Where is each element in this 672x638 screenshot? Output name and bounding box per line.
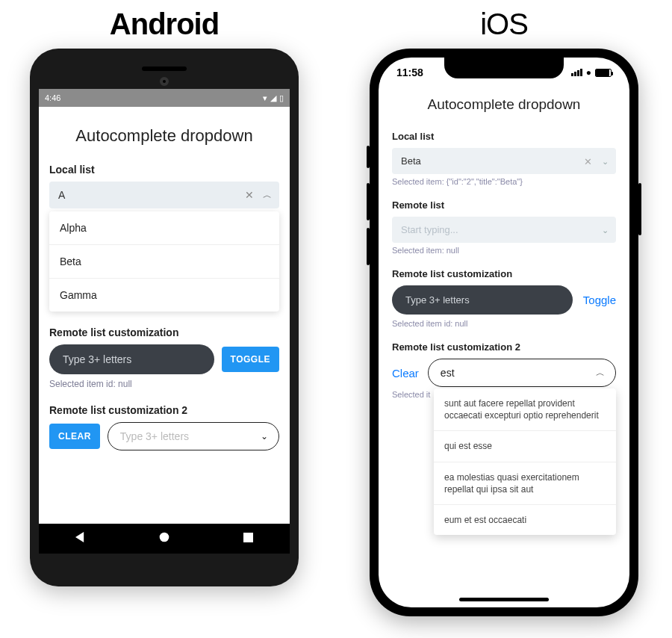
remote-custom2-input[interactable]: Type 3+ letters ⌄ (108, 422, 279, 450)
dropdown-option[interactable]: Beta (49, 245, 279, 279)
nav-recent-icon[interactable] (243, 532, 253, 545)
dropdown-option[interactable]: qui est esse (434, 431, 616, 462)
remote-list-input[interactable]: Start typing... ⌄ (392, 217, 616, 243)
remote-custom2-input[interactable]: est ︿ (428, 359, 616, 387)
toggle-button[interactable]: TOGGLE (222, 347, 279, 372)
dropdown-option[interactable]: ea molestias quasi exercitationem repell… (434, 462, 616, 505)
android-heading: Android (15, 7, 314, 41)
local-list-value: A (58, 189, 65, 201)
local-list-value: Beta (401, 155, 421, 167)
remote-custom-helper: Selected item id: null (392, 319, 616, 328)
toggle-button[interactable]: Toggle (583, 294, 616, 306)
status-time: 11:58 (396, 66, 423, 78)
dropdown-option[interactable]: sunt aut facere repellat provident occae… (434, 388, 616, 431)
ios-heading: iOS (351, 7, 657, 41)
page-title: Autocomplete dropdown (49, 126, 279, 146)
mute-switch (367, 146, 370, 168)
local-list-label: Local list (49, 164, 279, 176)
battery-icon (595, 69, 612, 77)
speaker-slot (142, 66, 187, 71)
remote-custom-label: Remote list customization (49, 326, 279, 338)
local-list-label: Local list (392, 131, 616, 142)
clear-button[interactable]: Clear (392, 367, 419, 380)
remote-custom2-label: Remote list customization 2 (49, 404, 279, 416)
remote-custom2-label: Remote list customization 2 (392, 341, 616, 353)
volume-up (367, 183, 370, 220)
remote-custom2-value: est (441, 367, 455, 379)
battery-icon: ▯ (279, 93, 284, 103)
remote-list-label: Remote list (392, 199, 616, 211)
clear-icon[interactable]: ✕ (245, 189, 254, 201)
home-indicator[interactable] (459, 598, 549, 601)
dropdown-option[interactable]: eum et est occaecati (434, 505, 616, 535)
svg-rect-1 (243, 533, 253, 542)
remote-custom-input[interactable]: Type 3+ letters (392, 285, 573, 315)
nav-home-icon[interactable] (159, 532, 169, 545)
remote-list-helper: Selected item: null (392, 246, 616, 255)
clear-button[interactable]: CLEAR (49, 424, 100, 449)
remote-custom2-dropdown: sunt aut facere repellat provident occae… (434, 388, 616, 535)
ios-screen: 11:58 ● Autocomplete dropdown Local list… (379, 58, 629, 607)
chevron-up-icon[interactable]: ︿ (596, 367, 605, 380)
nav-back-icon[interactable] (75, 532, 86, 545)
front-camera (160, 77, 169, 86)
android-statusbar: 4:46 ▾ ◢ ▯ (39, 89, 290, 107)
local-list-input[interactable]: Beta ✕ ⌄ (392, 148, 616, 174)
clear-icon[interactable]: ✕ (584, 155, 592, 167)
android-navbar (39, 524, 290, 554)
remote-custom-label: Remote list customization (392, 268, 616, 279)
android-phone-frame: 4:46 ▾ ◢ ▯ Autocomplete dropdown Local l… (30, 49, 299, 586)
signal-icon: ◢ (270, 93, 276, 103)
dropdown-option[interactable]: Alpha (49, 211, 279, 245)
ios-phone-frame: 11:58 ● Autocomplete dropdown Local list… (370, 49, 638, 616)
remote-custom-helper: Selected item id: null (49, 379, 279, 389)
wifi-icon: ● (586, 67, 591, 78)
page-title: Autocomplete dropdown (392, 96, 616, 113)
status-time: 4:46 (45, 93, 60, 102)
chevron-down-icon[interactable]: ⌄ (602, 225, 609, 235)
cellular-icon (571, 69, 582, 76)
local-list-input[interactable]: A ✕ ︿ (49, 182, 279, 208)
dropdown-option[interactable]: Gamma (49, 279, 279, 312)
chevron-down-icon[interactable]: ⌄ (261, 431, 268, 442)
svg-point-0 (160, 533, 169, 542)
notch (444, 58, 564, 78)
wifi-icon: ▾ (263, 93, 267, 103)
volume-down (367, 228, 370, 265)
remote-custom2-placeholder: Type 3+ letters (120, 430, 189, 442)
local-list-helper: Selected item: {"id":"2","title":"Beta"} (392, 177, 616, 186)
chevron-down-icon[interactable]: ⌄ (602, 156, 609, 166)
power-button (638, 183, 641, 235)
android-screen: 4:46 ▾ ◢ ▯ Autocomplete dropdown Local l… (39, 89, 290, 554)
chevron-up-icon[interactable]: ︿ (263, 189, 272, 202)
remote-custom-input[interactable]: Type 3+ letters (49, 344, 214, 374)
local-list-dropdown: Alpha Beta Gamma (49, 211, 279, 312)
remote-list-placeholder: Start typing... (401, 224, 458, 235)
